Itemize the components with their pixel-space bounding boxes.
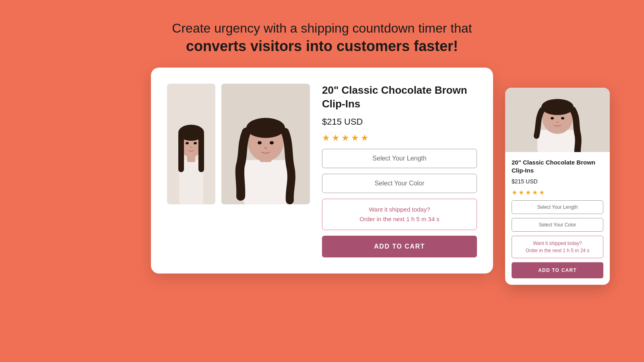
product-title: 20" Classic Chocolate Brown Clip-Ins — [322, 84, 477, 111]
star-2: ★ — [332, 133, 340, 143]
mobile-star-1: ★ — [512, 189, 517, 196]
product-portrait-small-svg — [167, 84, 215, 204]
mobile-product-title: 20" Classic Chocolate Brown Clip-Ins — [512, 158, 603, 174]
mobile-shipping-line1: Want it shipped today? — [516, 240, 599, 247]
svg-point-8 — [194, 142, 197, 144]
mobile-star-4: ★ — [532, 189, 538, 196]
add-to-cart-button[interactable]: ADD TO CART — [322, 236, 477, 257]
svg-point-24 — [561, 117, 564, 119]
svg-point-22 — [541, 99, 574, 115]
mobile-star-2: ★ — [518, 189, 524, 196]
svg-point-25 — [556, 121, 559, 123]
product-image-large — [221, 84, 310, 204]
mobile-shipping-line2: Order in the next 1 h 5 m 24 s — [516, 247, 599, 254]
mobile-star-3: ★ — [525, 189, 531, 196]
star-5: ★ — [361, 133, 369, 143]
cards-container: 20" Classic Chocolate Brown Clip-Ins $21… — [151, 68, 493, 274]
desktop-card: 20" Classic Chocolate Brown Clip-Ins $21… — [151, 68, 493, 274]
star-1: ★ — [322, 133, 330, 143]
product-images — [167, 84, 310, 257]
header-subtitle: Create urgency with a shipping countdown… — [172, 20, 472, 37]
product-price: $215 USD — [322, 117, 477, 127]
mobile-product-price: $215 USD — [512, 178, 603, 185]
mobile-select-length-button[interactable]: Select Your Length — [512, 200, 603, 214]
mobile-card: 20" Classic Chocolate Brown Clip-Ins $21… — [505, 88, 610, 285]
svg-point-9 — [190, 146, 192, 148]
mobile-select-color-button[interactable]: Select Your Color — [512, 218, 603, 232]
svg-point-17 — [264, 147, 267, 149]
mobile-shipping-countdown: Want it shipped today? Order in the next… — [512, 236, 603, 258]
star-rating: ★ ★ ★ ★ ★ — [322, 133, 477, 143]
header-title: converts visitors into customers faster! — [172, 37, 472, 56]
svg-point-16 — [270, 141, 274, 144]
shipping-line1: Want it shipped today? — [330, 205, 469, 214]
select-length-button[interactable]: Select Your Length — [322, 149, 477, 168]
mobile-star-rating: ★ ★ ★ ★ ★ — [512, 189, 603, 196]
star-3: ★ — [341, 133, 349, 143]
shipping-line2: Order in the next 1 h 5 m 34 s — [330, 214, 469, 224]
svg-rect-11 — [244, 160, 288, 204]
product-details: 20" Classic Chocolate Brown Clip-Ins $21… — [322, 84, 477, 257]
mobile-add-to-cart-button[interactable]: ADD TO CART — [512, 262, 603, 278]
svg-point-23 — [551, 117, 554, 119]
shipping-countdown: Want it shipped today? Order in the next… — [322, 199, 477, 230]
select-color-button[interactable]: Select Your Color — [322, 174, 477, 193]
svg-rect-5 — [178, 132, 184, 172]
svg-rect-6 — [198, 132, 204, 172]
star-4: ★ — [351, 133, 359, 143]
header: Create urgency with a shipping countdown… — [172, 20, 472, 56]
mobile-card-body: 20" Classic Chocolate Brown Clip-Ins $21… — [505, 152, 610, 285]
svg-point-14 — [246, 118, 285, 138]
product-image-small — [167, 84, 215, 204]
mobile-product-image — [505, 88, 610, 152]
svg-point-15 — [258, 141, 262, 144]
mobile-star-5: ★ — [539, 189, 545, 196]
mobile-portrait-svg — [505, 88, 610, 152]
product-portrait-large-svg — [221, 84, 310, 204]
svg-point-7 — [186, 142, 189, 144]
